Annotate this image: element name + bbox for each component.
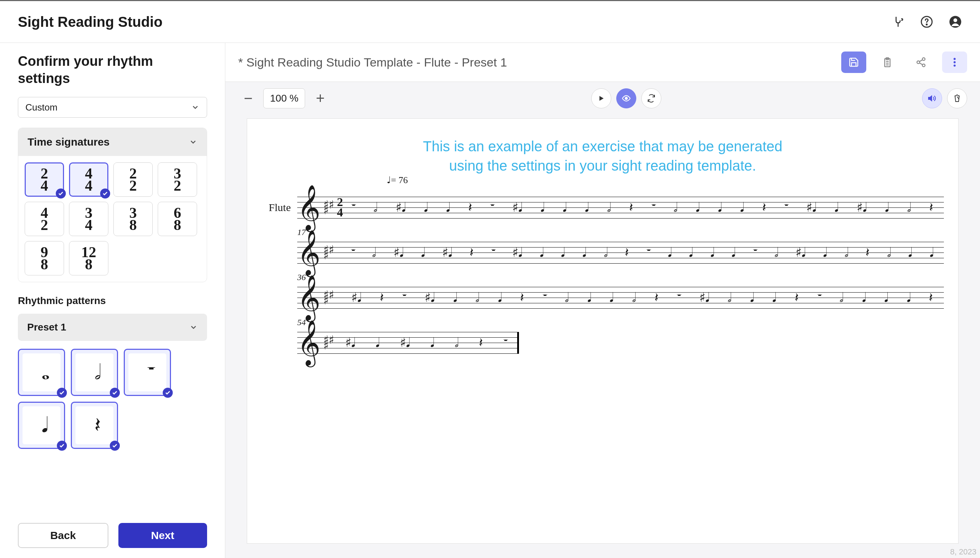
time-signature-tile-4-4[interactable]: 44 (69, 162, 108, 197)
svg-point-14 (954, 58, 956, 60)
header-icons (891, 15, 962, 29)
account-icon[interactable] (949, 15, 962, 29)
time-signature-tile-3-8[interactable]: 38 (113, 202, 153, 236)
preview-visibility-button[interactable] (616, 89, 636, 108)
document-actions (841, 51, 967, 73)
footer-buttons: Back Next (18, 523, 207, 548)
app-header: Sight Reading Studio (0, 0, 980, 43)
pattern-tile-quarter-rest[interactable]: 𝄽 (71, 402, 118, 449)
tuning-fork-icon[interactable] (891, 15, 905, 29)
save-button[interactable] (841, 51, 866, 73)
staff-row-2: 17 𝄞♯♯♯ 𝄻𝅗𝅥♯𝅘𝅥𝅘𝅥♯𝅘𝅥𝄽𝄻♯𝅘𝅥𝅘𝅥𝅘𝅥𝅘𝅥𝅗𝅥𝄽𝄻𝅘𝅥𝅘𝅥𝅘𝅥… (261, 242, 944, 263)
check-icon (110, 441, 120, 451)
time-signatures-grid: 244422324234386898128 (18, 156, 207, 282)
zoom-level[interactable]: 100 % (263, 89, 305, 108)
check-icon (163, 388, 173, 398)
next-button[interactable]: Next (118, 523, 207, 548)
key-signature: ♯♯♯ (323, 202, 334, 213)
time-signature-tile-4-2[interactable]: 42 (25, 202, 64, 236)
toolbar: − 100 % + (225, 82, 980, 115)
whole-rest-icon: 𝄻 (128, 353, 166, 391)
help-icon[interactable] (920, 15, 934, 29)
check-icon (57, 441, 67, 451)
svg-point-9 (923, 58, 925, 61)
preset-dropdown[interactable]: Custom (18, 97, 207, 118)
notes-4: ♯𝅘𝅥𝅘𝅥♯𝅘𝅥𝅘𝅥𝅗𝅥𝄽𝄻 (333, 328, 515, 357)
notes-1: 𝄻𝅗𝅥♯𝅘𝅥𝅘𝅥𝅘𝅥𝄽𝄻♯𝅘𝅥𝅘𝅥𝅘𝅥𝅘𝅥𝅗𝅥𝄽𝄻𝅗𝅥𝅘𝅥𝅘𝅥𝅘𝅥𝄽𝄻♯𝅘𝅥𝅘𝅥… (340, 193, 940, 222)
chevron-down-icon (189, 138, 197, 146)
staff-1: ♩= 76 𝄞 ♯♯♯ 24 𝄻𝅗𝅥♯𝅘𝅥𝅘𝅥𝅘𝅥𝄽𝄻♯𝅘𝅥𝅘𝅥𝅘𝅥𝅘𝅥𝅗𝅥𝄽𝄻… (297, 197, 944, 218)
document-header: * Sight Reading Studio Template - Flute … (225, 43, 980, 82)
staff-3: 36 𝄞♯♯♯ ♯𝅘𝅥𝄽𝄻♯𝅘𝅥𝅘𝅥𝅗𝅥𝅘𝅥𝄽𝄻𝅗𝅥𝅘𝅥𝅘𝅥𝅗𝅥𝄽𝄻♯𝅘𝅥𝅗𝅥𝅘… (297, 287, 944, 309)
main-panel: * Sight Reading Studio Template - Flute … (225, 43, 980, 558)
zoom-in-button[interactable]: + (310, 89, 330, 108)
back-button[interactable]: Back (18, 523, 108, 548)
example-description: This is an example of an exercise that m… (261, 137, 944, 175)
time-signature-tile-9-8[interactable]: 98 (25, 241, 64, 276)
svg-marker-19 (929, 96, 932, 101)
clipboard-button[interactable] (875, 51, 900, 73)
check-icon (56, 189, 66, 199)
clef-group: 𝄞 ♯♯♯ 24 (297, 190, 343, 225)
pattern-tile-quarter-note[interactable]: 𝅘𝅥 (18, 402, 65, 449)
time-signature-tile-12-8[interactable]: 128 (69, 241, 108, 276)
rhythmic-patterns-label: Rhythmic patterns (18, 295, 207, 307)
check-icon (100, 189, 110, 199)
quarter-note-icon: 𝅘𝅥 (23, 406, 61, 444)
sound-button[interactable] (922, 89, 942, 108)
svg-point-1 (926, 24, 927, 25)
document-title: * Sight Reading Studio Template - Flute … (238, 56, 507, 69)
rhythmic-preset-label: Preset 1 (27, 322, 66, 333)
zoom-out-button[interactable]: − (238, 89, 258, 108)
time-signature-tile-6-8[interactable]: 68 (158, 202, 197, 236)
toolbar-center (591, 89, 661, 108)
svg-point-11 (923, 64, 925, 67)
pattern-tile-whole-rest[interactable]: 𝄻 (124, 349, 171, 396)
time-signature-tile-2-4[interactable]: 24 (25, 162, 64, 197)
chevron-down-icon (191, 103, 200, 112)
tempo-marking: ♩= 76 (387, 174, 408, 185)
half-note-icon: 𝅗𝅥 (75, 353, 113, 391)
treble-clef-icon: 𝄞 (297, 196, 320, 219)
staff-2: 17 𝄞♯♯♯ 𝄻𝅗𝅥♯𝅘𝅥𝅘𝅥♯𝅘𝅥𝄽𝄻♯𝅘𝅥𝅘𝅥𝅘𝅥𝅘𝅥𝅗𝅥𝄽𝄻𝅘𝅥𝅘𝅥𝅘𝅥… (297, 242, 944, 263)
pattern-tile-half-note[interactable]: 𝅗𝅥 (71, 349, 118, 396)
time-signatures-label: Time signatures (28, 136, 110, 148)
check-icon (110, 388, 120, 398)
more-menu-button[interactable] (942, 51, 967, 73)
score-area[interactable]: This is an example of an exercise that m… (225, 115, 980, 558)
svg-point-10 (917, 61, 920, 64)
pattern-tile-whole-note[interactable]: 𝅝 (18, 349, 65, 396)
svg-line-20 (957, 97, 959, 99)
time-signatures-header[interactable]: Time signatures (18, 128, 207, 156)
notes-2: 𝄻𝅗𝅥♯𝅘𝅥𝅘𝅥♯𝅘𝅥𝄽𝄻♯𝅘𝅥𝅘𝅥𝅘𝅥𝅘𝅥𝅗𝅥𝄽𝄻𝅘𝅥𝅘𝅥𝅘𝅥𝅘𝅥𝄻𝅗𝅥♯𝅘𝅥… (340, 238, 940, 267)
rhythmic-preset-header[interactable]: Preset 1 (18, 314, 207, 341)
staff-row-4: 54 𝄞♯♯♯ ♯𝅘𝅥𝅘𝅥♯𝅘𝅥𝅘𝅥𝅗𝅥𝄽𝄻 (261, 332, 944, 353)
final-barline (517, 332, 519, 353)
notes-3: ♯𝅘𝅥𝄽𝄻♯𝅘𝅥𝅘𝅥𝅗𝅥𝅘𝅥𝄽𝄻𝅗𝅥𝅘𝅥𝅘𝅥𝅗𝅥𝄽𝄻♯𝅘𝅥𝅗𝅥𝅘𝅥𝅘𝅥𝄽𝄻𝅗𝅥𝅘… (340, 283, 940, 312)
metronome-button[interactable] (947, 89, 967, 108)
score-page: This is an example of an exercise that m… (247, 118, 959, 544)
whole-note-icon: 𝅝 (23, 353, 61, 391)
staff-4: 54 𝄞♯♯♯ ♯𝅘𝅥𝅘𝅥♯𝅘𝅥𝅘𝅥𝅗𝅥𝄽𝄻 (297, 332, 519, 353)
chevron-down-icon (189, 323, 198, 332)
time-signature-tile-2-2[interactable]: 22 (113, 162, 153, 197)
toolbar-left: − 100 % + (238, 89, 330, 108)
example-line2: using the settings in your sight reading… (261, 156, 944, 175)
check-icon (57, 388, 67, 398)
example-line1: This is an example of an exercise that m… (261, 137, 944, 156)
staff-row-3: 36 𝄞♯♯♯ ♯𝅘𝅥𝄽𝄻♯𝅘𝅥𝅘𝅥𝅗𝅥𝅘𝅥𝄽𝄻𝅗𝅥𝅘𝅥𝅘𝅥𝅗𝅥𝄽𝄻♯𝅘𝅥𝅗𝅥𝅘… (261, 287, 944, 309)
time-signature-tile-3-2[interactable]: 32 (158, 162, 197, 197)
share-button[interactable] (908, 51, 934, 73)
footer-timestamp: 8, 2023 (951, 547, 977, 556)
time-signatures-card: Time signatures 244422324234386898128 (18, 128, 207, 282)
time-signature-tile-3-4[interactable]: 34 (69, 202, 108, 236)
svg-point-18 (625, 97, 627, 100)
svg-line-13 (919, 63, 923, 65)
play-button[interactable] (591, 89, 611, 108)
app-title: Sight Reading Studio (18, 14, 162, 30)
svg-point-3 (954, 18, 957, 22)
sidebar-heading: Confirm your rhythm settings (18, 53, 207, 87)
regenerate-button[interactable] (641, 89, 661, 108)
svg-line-12 (919, 60, 923, 62)
svg-marker-17 (600, 96, 604, 100)
